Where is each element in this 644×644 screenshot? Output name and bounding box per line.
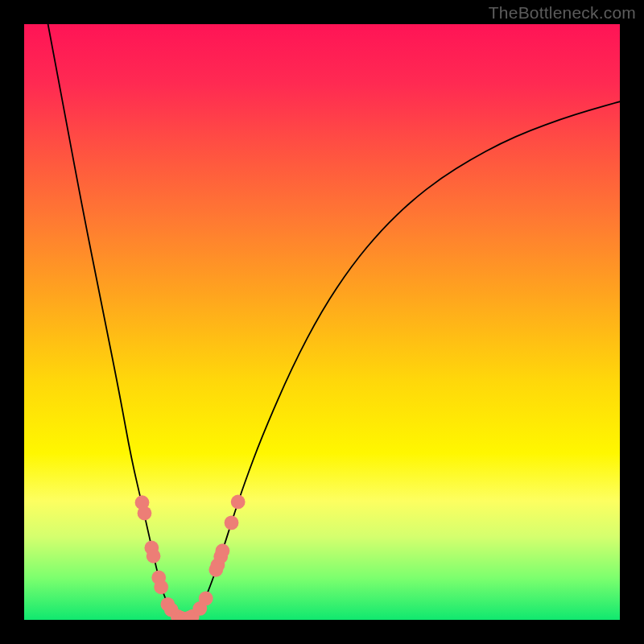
plot-area bbox=[24, 24, 620, 620]
curve-marker bbox=[138, 506, 152, 521]
curve-markers bbox=[135, 495, 246, 620]
curve-svg bbox=[24, 24, 620, 620]
curve-marker bbox=[147, 549, 161, 564]
bottleneck-curve bbox=[48, 24, 620, 618]
curve-marker bbox=[216, 543, 230, 558]
curve-marker bbox=[199, 591, 213, 605]
watermark-text: TheBottleneck.com bbox=[489, 3, 636, 23]
curve-marker bbox=[154, 580, 168, 594]
curve-marker bbox=[225, 516, 239, 530]
chart-frame: TheBottleneck.com bbox=[0, 0, 644, 644]
curve-marker bbox=[231, 495, 246, 510]
